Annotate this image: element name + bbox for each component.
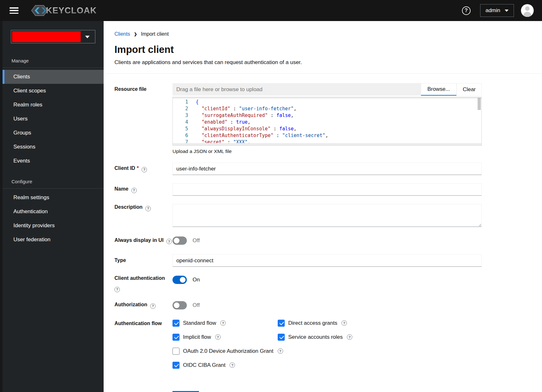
client-id-input[interactable] — [172, 163, 482, 175]
authorization-row: Authorization? Off — [114, 301, 482, 309]
always-display-row: Always display in UI? Off — [114, 236, 482, 245]
help-icon[interactable]: ? — [150, 303, 156, 309]
file-upload-control: Browse... Clear — [172, 83, 482, 96]
line-number: 6 — [173, 132, 196, 139]
description-label: Description? — [114, 204, 172, 228]
sidebar-item-events[interactable]: Events — [3, 154, 104, 168]
client-id-row: Client ID*? — [114, 163, 482, 175]
editor-vertical-scrollbar[interactable] — [478, 98, 481, 142]
json-code-editor[interactable]: 1{ 2 "clientId" : "user-info-fetcher", 3… — [172, 97, 482, 146]
help-icon[interactable]: ? — [131, 188, 137, 193]
keycloak-logo-icon — [31, 4, 48, 17]
breadcrumb-current: Import client — [141, 31, 169, 37]
authentication-flow-options: Standard flow ? Direct access grants ? I… — [172, 320, 482, 369]
sidebar-item-sessions[interactable]: Sessions — [3, 140, 104, 154]
help-icon[interactable]: ? — [462, 6, 471, 15]
name-input[interactable] — [172, 183, 482, 196]
implicit-flow-checkbox[interactable] — [172, 334, 179, 341]
help-icon[interactable]: ? — [114, 287, 120, 292]
help-icon[interactable]: ? — [166, 239, 172, 244]
oidc-ciba-grant-checkbox[interactable] — [172, 362, 179, 369]
type-input[interactable] — [172, 254, 482, 267]
sidebar-item-realm-roles[interactable]: Realm roles — [3, 98, 104, 112]
line-number: 1 — [173, 99, 196, 105]
code-line: 2 "clientId" : "user-info-fetcher", — [173, 105, 481, 112]
clear-button[interactable]: Clear — [457, 83, 482, 96]
description-textarea[interactable] — [172, 204, 482, 227]
nav-toggle-hamburger-icon[interactable] — [10, 7, 18, 14]
help-icon[interactable]: ? — [215, 334, 221, 340]
user-dropdown-label: admin — [486, 7, 500, 14]
service-accounts-roles-option: Service accounts roles ? — [278, 334, 482, 341]
question-glyph: ? — [465, 8, 468, 13]
description-row: Description? — [114, 204, 482, 228]
code-line: 6 "clientAuthenticatorType" : "client-se… — [173, 132, 481, 139]
authentication-flow-row: Authentication flow Standard flow ? Dire… — [114, 320, 482, 369]
authorization-label: Authorization? — [114, 301, 172, 309]
standard-flow-option: Standard flow ? — [172, 320, 278, 327]
line-number: 2 — [173, 105, 196, 112]
user-avatar[interactable] — [521, 4, 534, 17]
sidebar-item-users[interactable]: Users — [3, 112, 104, 126]
nav-section-manage: Manage Clients Client scopes Realm roles… — [3, 58, 104, 168]
type-label: Type — [114, 257, 172, 264]
client-authentication-toggle[interactable] — [172, 276, 187, 284]
page-title: Import client — [114, 44, 542, 55]
sidebar-item-user-federation[interactable]: User federation — [3, 233, 104, 247]
user-dropdown[interactable]: admin — [480, 4, 514, 17]
direct-access-grants-checkbox[interactable] — [278, 320, 285, 327]
oidc-ciba-grant-option: OIDC CIBA Grant ? — [172, 362, 482, 369]
scrollbar-thumb[interactable] — [478, 98, 481, 110]
help-icon[interactable]: ? — [220, 320, 226, 326]
required-asterisk: * — [137, 165, 139, 171]
browse-button[interactable]: Browse... — [421, 83, 457, 96]
always-display-toggle[interactable] — [172, 236, 187, 245]
standard-flow-checkbox[interactable] — [172, 320, 179, 327]
help-icon[interactable]: ? — [145, 206, 151, 211]
import-client-form: Resource file Browse... Clear 1{ 2 "clie… — [114, 83, 482, 392]
service-accounts-roles-checkbox[interactable] — [278, 334, 285, 341]
sidebar-item-identity-providers[interactable]: Identity providers — [3, 219, 104, 233]
help-icon[interactable]: ? — [230, 362, 235, 368]
help-icon[interactable]: ? — [341, 320, 347, 326]
always-display-label: Always display in UI? — [114, 237, 172, 244]
nav-header-configure: Configure — [3, 179, 104, 189]
editor-horizontal-scrollbar[interactable] — [173, 143, 481, 145]
page-subtitle: Clients are applications and services th… — [114, 59, 542, 66]
sidebar: Manage Clients Client scopes Realm roles… — [0, 21, 104, 392]
oauth-device-grant-option: OAuth 2.0 Device Authorization Grant ? — [172, 348, 482, 355]
name-row: Name? — [114, 183, 482, 196]
sidebar-item-authentication[interactable]: Authentication — [3, 205, 104, 219]
help-icon[interactable]: ? — [278, 348, 283, 354]
client-authentication-state: On — [193, 277, 200, 283]
brand-text: KEYCLOAK — [46, 6, 97, 16]
masthead: KEYCLOAK ? admin — [0, 0, 542, 21]
authorization-toggle[interactable] — [172, 301, 187, 309]
sidebar-item-groups[interactable]: Groups — [3, 126, 104, 140]
always-display-state: Off — [193, 237, 200, 244]
client-authentication-label: Client authentication ? — [114, 275, 172, 292]
file-upload-filename-input[interactable] — [172, 83, 421, 96]
sidebar-item-clients[interactable]: Clients — [3, 70, 104, 84]
oauth-device-grant-checkbox[interactable] — [172, 348, 179, 355]
indent-guide — [204, 106, 204, 146]
chevron-right-icon: ❯ — [134, 32, 137, 36]
code-line: 4 "enabled" : true, — [173, 119, 481, 126]
form-actions-row: Save Cancel — [114, 377, 482, 392]
caret-down-icon — [505, 10, 509, 12]
type-row: Type — [114, 254, 482, 267]
help-icon[interactable]: ? — [347, 334, 352, 340]
breadcrumb-clients-link[interactable]: Clients — [114, 31, 130, 37]
line-number: 3 — [173, 112, 196, 119]
realm-selector-dropdown[interactable] — [11, 30, 95, 43]
main-content: Clients ❯ Import client Import client Cl… — [106, 21, 542, 392]
help-icon[interactable]: ? — [142, 167, 147, 172]
name-label: Name? — [114, 186, 172, 193]
code-line: 5 "alwaysDisplayInConsole" : false, — [173, 126, 481, 132]
client-id-label: Client ID*? — [114, 165, 172, 172]
sidebar-item-client-scopes[interactable]: Client scopes — [3, 84, 104, 98]
sidebar-item-realm-settings[interactable]: Realm settings — [3, 191, 104, 205]
authentication-flow-label: Authentication flow — [114, 320, 172, 369]
line-number: 5 — [173, 126, 196, 132]
resource-file-label: Resource file — [114, 83, 172, 154]
